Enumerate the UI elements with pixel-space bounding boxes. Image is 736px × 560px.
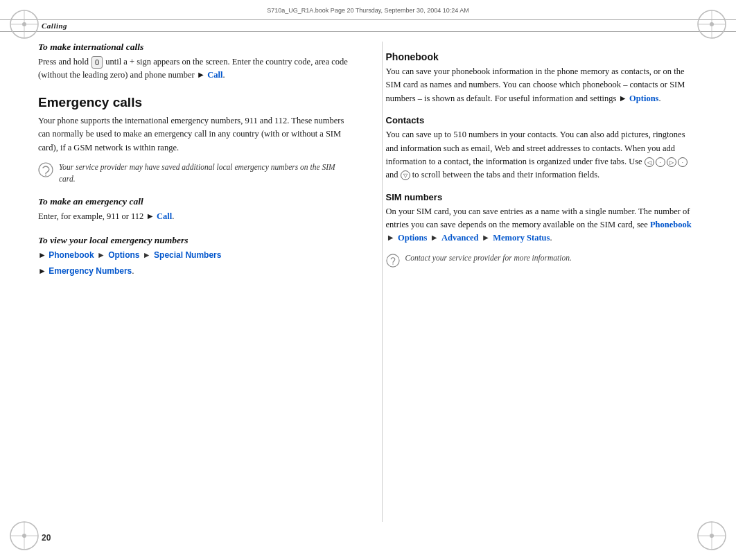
sim-numbers-title: SIM numbers [386,192,699,202]
memory-status-link: Memory Status [493,233,550,243]
scroll-icons: ◁ · ▷ · [645,157,687,167]
contacts-body: You can save up to 510 numbers in your c… [386,128,699,182]
view-local-title: To view your local emergency numbers [38,235,351,246]
header-bar: Calling [0,19,736,32]
page: S710a_UG_R1A.book Page 20 Thursday, Sept… [0,0,736,560]
scroll-icon-left: ◁ [645,157,654,167]
sim-numbers-body: On your SIM card, you can save entries a… [386,205,699,245]
header-meta: S710a_UG_R1A.book Page 20 Thursday, Sept… [0,7,736,14]
section-title: Calling [42,21,67,30]
right-column: Phonebook You can save your phonebook in… [382,42,699,522]
key-zero: 0 [91,56,103,69]
menu-path-phonebook: ► Phonebook ► Options ► Special Numbers [38,249,351,262]
svg-point-19 [392,263,394,265]
menu-item-phonebook: Phonebook [49,250,94,260]
scroll-icon-right: ▷ [667,157,676,167]
note-box: Your service provider may have saved add… [38,161,351,186]
phonebook-title: Phonebook [386,51,699,62]
corner-decoration-tl [7,7,42,42]
left-column: To make international calls Press and ho… [38,42,361,522]
note-text: Your service provider may have saved add… [59,161,351,186]
intl-calls-title: To make international calls [38,42,351,53]
tip-icon [386,254,400,268]
options-link-phonebook: Options [629,94,658,103]
menu-item-options1: Options [108,250,139,260]
phonebook-link-sim: Phonebook [650,220,692,229]
corner-decoration-br [694,518,729,553]
tip-text: Contact your service provider for more i… [405,252,572,264]
make-emergency-body: Enter, for example, 911 or 112 ► Call. [38,210,351,223]
svg-point-17 [45,175,46,177]
scroll-icon-center2: · [678,157,687,167]
content-area: To make international calls Press and ho… [38,42,698,522]
tip-box: Contact your service provider for more i… [386,252,699,268]
corner-decoration-bl [7,518,42,553]
call-link-emergency: Call [157,211,172,221]
scroll-icon-down: ▽ [401,170,410,180]
menu-item-special-numbers: Special Numbers [154,250,221,260]
contacts-title: Contacts [386,115,699,125]
advanced-link-sim: Advanced [441,233,478,243]
phonebook-body: You can save your phonebook information … [386,65,699,105]
menu-path-emergency-numbers: ► Emergency Numbers. [38,265,351,278]
emergency-calls-title: Emergency calls [38,95,351,110]
svg-point-16 [39,163,53,177]
svg-point-18 [386,254,398,267]
options-link-sim: Options [398,233,427,243]
note-icon [38,162,53,177]
scroll-icons-2: ▽ [401,170,410,180]
menu-item-emergency-numbers: Emergency Numbers [49,266,132,276]
scroll-icon-center1: · [656,157,665,167]
page-number: 20 [42,533,51,543]
call-link-intl: Call [207,70,222,80]
emergency-calls-body: Your phone supports the international em… [38,114,351,155]
corner-decoration-tr [694,7,729,42]
make-emergency-title: To make an emergency call [38,196,351,207]
intl-calls-body: Press and hold 0 until a + sign appears … [38,55,351,82]
